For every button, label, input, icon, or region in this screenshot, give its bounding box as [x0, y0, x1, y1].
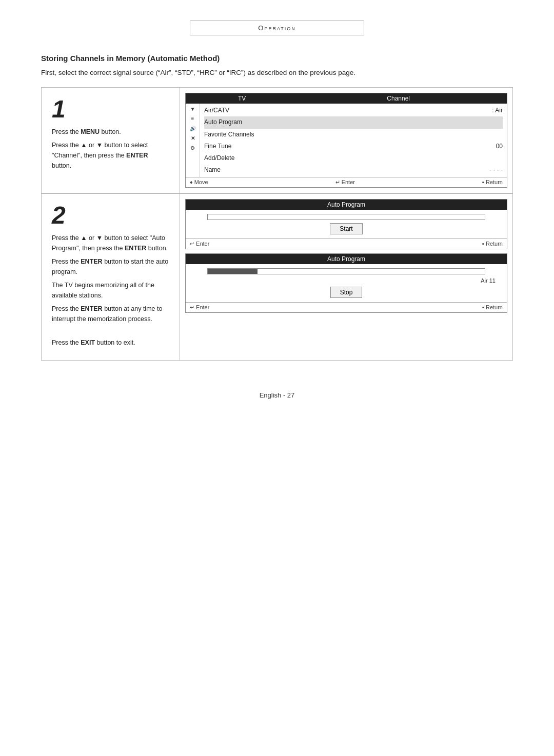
- header-tv-label: TV: [190, 95, 294, 102]
- step-2-left: 2 Press the ▲ or ▼ button to select "Aut…: [42, 194, 180, 360]
- step-2-text: Press the ▲ or ▼ button to select "Auto …: [52, 233, 169, 348]
- step-2-number: 2: [52, 203, 169, 228]
- progress-bar-partial: [207, 268, 485, 274]
- auto2-footer-enter: ↵ Enter: [190, 304, 209, 311]
- footer-enter: ↵ Enter: [335, 179, 355, 186]
- footer-return: ▪ Return: [482, 179, 503, 186]
- step-2-inst-1: Press the ▲ or ▼ button to select "Auto …: [52, 233, 169, 253]
- menu-item-aircatv: Air/CATV : Air: [204, 105, 503, 116]
- step-2-right: Auto Program Start ↵ Enter ▪ Return Auto…: [180, 194, 512, 360]
- channel-menu-header: TV Channel: [186, 93, 507, 104]
- menu-item-favchannels-label: Favorite Channels: [204, 130, 254, 140]
- header-channel-label: Channel: [294, 95, 503, 102]
- page-header-title: Operation: [258, 24, 295, 32]
- menu-item-autoprogram: Auto Program: [204, 116, 503, 128]
- step-2-inst-5: Press the EXIT button to exit.: [52, 337, 169, 348]
- start-button[interactable]: Start: [330, 223, 362, 234]
- step-1: 1 Press the MENU button. Press the ▲ or …: [41, 87, 513, 193]
- menu-item-adddelete-label: Add/Delete: [204, 153, 234, 163]
- step-2-inst-3: The TV begins memorizing all of the avai…: [52, 280, 169, 301]
- auto-program-body-1: Start: [186, 210, 507, 238]
- menu-item-adddelete: Add/Delete: [204, 152, 503, 164]
- step-2-inst-2: Press the ENTER button to start the auto…: [52, 256, 169, 277]
- menu-item-name-value: - - - -: [489, 165, 503, 175]
- auto-program-footer-2: ↵ Enter ▪ Return: [186, 302, 507, 312]
- auto-program-screen-start: Auto Program Start ↵ Enter ▪ Return: [185, 199, 507, 249]
- step-1-instruction-2: Press the ▲ or ▼ button to select "Chann…: [52, 140, 169, 171]
- step-1-right: TV Channel ▼ ≡ 🔊 ✕ ⚙ Air/CATV : Air: [180, 88, 512, 193]
- channel-air-label: Air 11: [217, 277, 496, 284]
- step-1-text: Press the MENU button. Press the ▲ or ▼ …: [52, 127, 169, 171]
- auto-program-header-2: Auto Program: [186, 254, 507, 264]
- icon-speaker: 🔊: [186, 124, 200, 133]
- step-2: 2 Press the ▲ or ▼ button to select "Aut…: [41, 193, 513, 361]
- menu-item-aircatv-value: : Air: [492, 106, 503, 115]
- step-1-left: 1 Press the MENU button. Press the ▲ or …: [42, 88, 180, 193]
- stop-button[interactable]: Stop: [330, 287, 363, 298]
- auto2-footer-return: ▪ Return: [482, 304, 503, 311]
- progress-bar-empty: [207, 214, 485, 220]
- page-header: Operation: [190, 21, 364, 35]
- auto-program-header-1: Auto Program: [186, 200, 507, 210]
- step-2-inst-4: Press the ENTER button at any time to in…: [52, 304, 169, 324]
- auto-program-body-2: Air 11 Stop: [186, 264, 507, 302]
- auto-program-footer-1: ↵ Enter ▪ Return: [186, 238, 507, 249]
- page-number: English - 27: [260, 391, 295, 399]
- auto1-footer-enter: ↵ Enter: [190, 241, 209, 247]
- menu-item-name: Name - - - -: [204, 164, 503, 176]
- section-title: Storing Channels in Memory (Automatic Me…: [41, 54, 513, 63]
- auto1-footer-return: ▪ Return: [482, 241, 503, 247]
- channel-menu-items: Air/CATV : Air Auto Program Favorite Cha…: [200, 104, 507, 177]
- step-1-instruction-1: Press the MENU button.: [52, 127, 169, 137]
- menu-item-finetune: Fine Tune 00: [204, 141, 503, 152]
- tv-icons: ▼ ≡ 🔊 ✕ ⚙: [186, 104, 200, 177]
- step-1-number: 1: [52, 97, 169, 122]
- channel-menu-screen: TV Channel ▼ ≡ 🔊 ✕ ⚙ Air/CATV : Air: [185, 93, 507, 188]
- icon-x: ✕: [186, 134, 200, 143]
- menu-item-finetune-label: Fine Tune: [204, 142, 231, 151]
- channel-menu-body: ▼ ≡ 🔊 ✕ ⚙ Air/CATV : Air Auto Program: [186, 104, 507, 177]
- page-footer: English - 27: [41, 391, 513, 399]
- menu-item-aircatv-label: Air/CATV: [204, 106, 229, 115]
- icon-settings: ⚙: [186, 144, 200, 153]
- intro-text: First, select the correct signal source …: [41, 68, 513, 78]
- icon-antenna: ▼: [186, 105, 200, 114]
- menu-item-autoprogram-label: Auto Program: [204, 117, 242, 127]
- icon-list: ≡: [186, 114, 200, 124]
- footer-move: ♦ Move: [190, 179, 208, 186]
- menu-item-name-label: Name: [204, 165, 221, 175]
- menu-item-favchannels: Favorite Channels: [204, 129, 503, 141]
- auto-program-screen-stop: Auto Program Air 11 Stop ↵ Enter ▪ Retur…: [185, 253, 507, 313]
- channel-menu-footer: ♦ Move ↵ Enter ▪ Return: [186, 177, 507, 187]
- menu-item-finetune-value: 00: [496, 142, 503, 151]
